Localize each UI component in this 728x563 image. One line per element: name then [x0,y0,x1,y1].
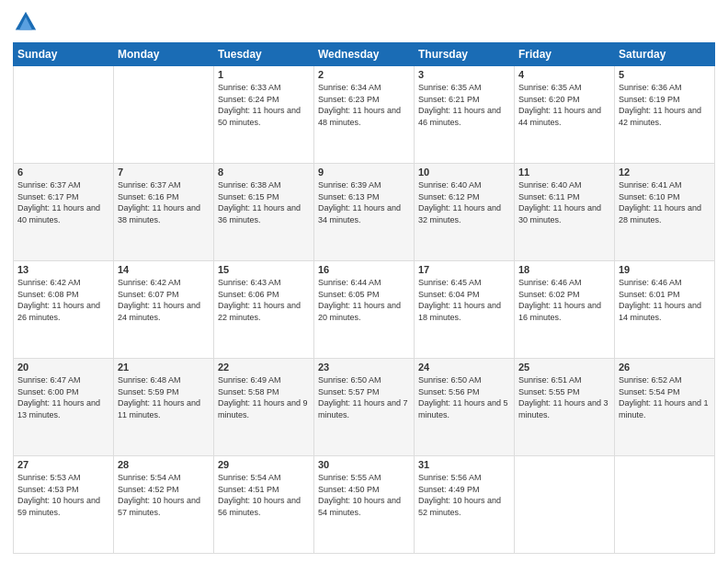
day-number: 25 [518,362,610,373]
day-number: 18 [518,264,610,275]
day-number: 28 [118,459,210,470]
day-number: 8 [218,167,310,178]
day-info: Sunrise: 6:50 AM Sunset: 5:56 PM Dayligh… [418,374,510,420]
day-info: Sunrise: 6:50 AM Sunset: 5:57 PM Dayligh… [318,374,410,420]
calendar-cell: 23Sunrise: 6:50 AM Sunset: 5:57 PM Dayli… [314,359,415,456]
calendar-cell: 25Sunrise: 6:51 AM Sunset: 5:55 PM Dayli… [515,359,615,456]
day-number: 4 [518,69,610,80]
day-info: Sunrise: 6:40 AM Sunset: 6:12 PM Dayligh… [418,179,510,225]
day-info: Sunrise: 5:56 AM Sunset: 4:49 PM Dayligh… [418,472,510,518]
day-info: Sunrise: 6:44 AM Sunset: 6:05 PM Dayligh… [318,277,410,323]
day-number: 21 [118,362,210,373]
calendar-cell: 31Sunrise: 5:56 AM Sunset: 4:49 PM Dayli… [415,456,515,554]
day-info: Sunrise: 6:45 AM Sunset: 6:04 PM Dayligh… [418,277,510,323]
calendar-cell: 6Sunrise: 6:37 AM Sunset: 6:17 PM Daylig… [14,164,114,261]
calendar-cell [114,66,214,164]
day-info: Sunrise: 6:42 AM Sunset: 6:07 PM Dayligh… [118,277,210,323]
day-info: Sunrise: 5:54 AM Sunset: 4:51 PM Dayligh… [218,472,310,518]
calendar-cell [14,66,114,164]
day-info: Sunrise: 6:41 AM Sunset: 6:10 PM Dayligh… [619,179,711,225]
calendar-cell: 21Sunrise: 6:48 AM Sunset: 5:59 PM Dayli… [114,359,214,456]
calendar-cell: 22Sunrise: 6:49 AM Sunset: 5:58 PM Dayli… [214,359,314,456]
day-number: 14 [118,264,210,275]
calendar-week-1: 6Sunrise: 6:37 AM Sunset: 6:17 PM Daylig… [14,164,715,261]
day-number: 5 [619,69,711,80]
calendar-cell: 26Sunrise: 6:52 AM Sunset: 5:54 PM Dayli… [615,359,715,456]
day-info: Sunrise: 6:47 AM Sunset: 6:00 PM Dayligh… [17,374,109,420]
day-number: 3 [418,69,510,80]
calendar-header-sunday: Sunday [14,43,114,66]
calendar-cell: 13Sunrise: 6:42 AM Sunset: 6:08 PM Dayli… [14,261,114,359]
day-number: 31 [418,459,510,470]
day-info: Sunrise: 6:46 AM Sunset: 6:02 PM Dayligh… [518,277,610,323]
calendar-header-row: SundayMondayTuesdayWednesdayThursdayFrid… [14,43,715,66]
calendar-cell: 5Sunrise: 6:36 AM Sunset: 6:19 PM Daylig… [615,66,715,164]
day-number: 20 [17,362,109,373]
calendar-cell: 27Sunrise: 5:53 AM Sunset: 4:53 PM Dayli… [14,456,114,554]
calendar-header-saturday: Saturday [615,43,715,66]
day-info: Sunrise: 6:36 AM Sunset: 6:19 PM Dayligh… [619,82,711,128]
calendar-cell: 29Sunrise: 5:54 AM Sunset: 4:51 PM Dayli… [214,456,314,554]
day-info: Sunrise: 6:33 AM Sunset: 6:24 PM Dayligh… [218,82,310,128]
day-number: 7 [118,167,210,178]
calendar-cell: 28Sunrise: 5:54 AM Sunset: 4:52 PM Dayli… [114,456,214,554]
calendar-header-monday: Monday [114,43,214,66]
calendar-cell: 17Sunrise: 6:45 AM Sunset: 6:04 PM Dayli… [415,261,515,359]
calendar-header-wednesday: Wednesday [314,43,415,66]
day-number: 27 [17,459,109,470]
day-number: 29 [218,459,310,470]
calendar-cell: 20Sunrise: 6:47 AM Sunset: 6:00 PM Dayli… [14,359,114,456]
day-info: Sunrise: 6:52 AM Sunset: 5:54 PM Dayligh… [619,374,711,420]
calendar-cell: 7Sunrise: 6:37 AM Sunset: 6:16 PM Daylig… [114,164,214,261]
day-number: 11 [518,167,610,178]
calendar-week-0: 1Sunrise: 6:33 AM Sunset: 6:24 PM Daylig… [14,66,715,164]
calendar-cell: 14Sunrise: 6:42 AM Sunset: 6:07 PM Dayli… [114,261,214,359]
day-info: Sunrise: 6:37 AM Sunset: 6:16 PM Dayligh… [118,179,210,225]
day-number: 24 [418,362,510,373]
day-number: 19 [619,264,711,275]
calendar-table: SundayMondayTuesdayWednesdayThursdayFrid… [13,42,715,554]
day-info: Sunrise: 5:55 AM Sunset: 4:50 PM Dayligh… [318,472,410,518]
day-number: 2 [318,69,410,80]
calendar-week-4: 27Sunrise: 5:53 AM Sunset: 4:53 PM Dayli… [14,456,715,554]
calendar-cell: 30Sunrise: 5:55 AM Sunset: 4:50 PM Dayli… [314,456,415,554]
day-number: 16 [318,264,410,275]
day-number: 6 [17,167,109,178]
calendar-header-friday: Friday [515,43,615,66]
day-number: 30 [318,459,410,470]
calendar-week-3: 20Sunrise: 6:47 AM Sunset: 6:00 PM Dayli… [14,359,715,456]
day-number: 23 [318,362,410,373]
calendar-header-tuesday: Tuesday [214,43,314,66]
calendar-cell [515,456,615,554]
day-info: Sunrise: 6:42 AM Sunset: 6:08 PM Dayligh… [17,277,109,323]
calendar-cell [615,456,715,554]
day-info: Sunrise: 6:46 AM Sunset: 6:01 PM Dayligh… [619,277,711,323]
calendar-cell: 10Sunrise: 6:40 AM Sunset: 6:12 PM Dayli… [415,164,515,261]
day-number: 13 [17,264,109,275]
day-info: Sunrise: 6:34 AM Sunset: 6:23 PM Dayligh… [318,82,410,128]
calendar-week-2: 13Sunrise: 6:42 AM Sunset: 6:08 PM Dayli… [14,261,715,359]
day-info: Sunrise: 6:43 AM Sunset: 6:06 PM Dayligh… [218,277,310,323]
day-number: 22 [218,362,310,373]
calendar-cell: 24Sunrise: 6:50 AM Sunset: 5:56 PM Dayli… [415,359,515,456]
day-info: Sunrise: 6:39 AM Sunset: 6:13 PM Dayligh… [318,179,410,225]
calendar-cell: 19Sunrise: 6:46 AM Sunset: 6:01 PM Dayli… [615,261,715,359]
calendar-cell: 8Sunrise: 6:38 AM Sunset: 6:15 PM Daylig… [214,164,314,261]
day-info: Sunrise: 6:38 AM Sunset: 6:15 PM Dayligh… [218,179,310,225]
calendar-cell: 16Sunrise: 6:44 AM Sunset: 6:05 PM Dayli… [314,261,415,359]
day-info: Sunrise: 6:35 AM Sunset: 6:20 PM Dayligh… [518,82,610,128]
calendar-cell: 18Sunrise: 6:46 AM Sunset: 6:02 PM Dayli… [515,261,615,359]
logo-icon [13,9,39,35]
day-number: 10 [418,167,510,178]
calendar-cell: 4Sunrise: 6:35 AM Sunset: 6:20 PM Daylig… [515,66,615,164]
calendar-cell: 1Sunrise: 6:33 AM Sunset: 6:24 PM Daylig… [214,66,314,164]
day-info: Sunrise: 6:35 AM Sunset: 6:21 PM Dayligh… [418,82,510,128]
calendar-cell: 9Sunrise: 6:39 AM Sunset: 6:13 PM Daylig… [314,164,415,261]
day-info: Sunrise: 6:49 AM Sunset: 5:58 PM Dayligh… [218,374,310,420]
day-info: Sunrise: 6:40 AM Sunset: 6:11 PM Dayligh… [518,179,610,225]
day-number: 15 [218,264,310,275]
day-number: 1 [218,69,310,80]
day-number: 26 [619,362,711,373]
calendar-header-thursday: Thursday [415,43,515,66]
calendar-cell: 15Sunrise: 6:43 AM Sunset: 6:06 PM Dayli… [214,261,314,359]
